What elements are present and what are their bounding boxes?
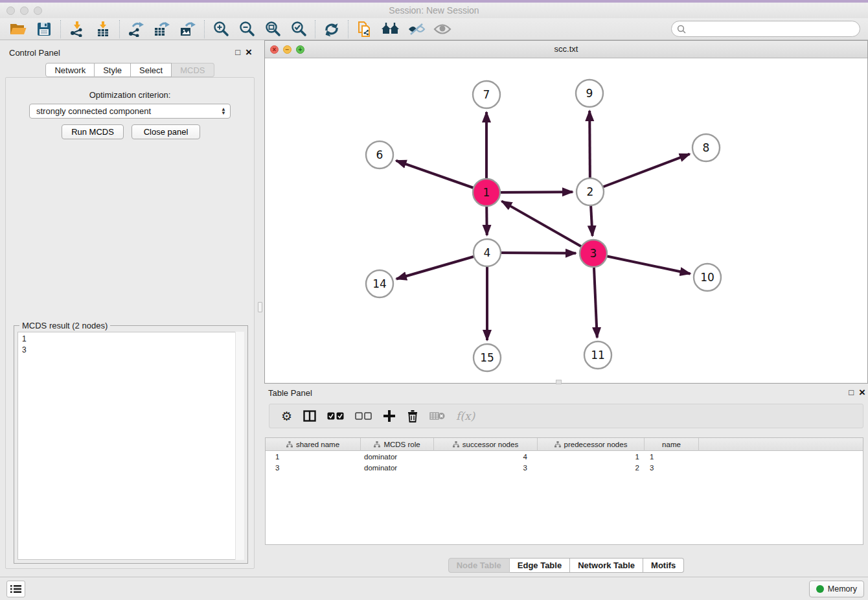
node-7[interactable]: 7 [473,81,500,108]
function-builder-button[interactable]: f(x) [456,410,475,422]
column-header-successor-nodes[interactable]: successor nodes [434,438,538,451]
eye-slash-icon [407,23,426,36]
import-table-icon [95,21,111,37]
run-mcds-button[interactable]: Run MCDS [62,124,124,139]
node-6[interactable]: 6 [366,141,393,168]
memory-status-icon [816,585,824,593]
node-4[interactable]: 4 [474,239,501,266]
select-all-checkboxes-icon[interactable] [327,412,344,420]
control-panel-tabs: NetworkStyleSelectMCDS [5,63,255,77]
delete-table-icon[interactable] [429,411,445,421]
sort-hierarchy-icon [374,441,380,448]
edge-2-8[interactable] [590,154,690,192]
panel-splitter-handle[interactable] [258,302,262,312]
network-window-titlebar[interactable]: × − + scc.txt [265,41,867,58]
node-9[interactable]: 9 [576,80,603,107]
float-table-panel-icon[interactable]: □ [849,388,854,397]
node-label: 4 [484,246,491,259]
close-panel-button[interactable]: Close panel [131,124,200,139]
column-header-MCDS-role[interactable]: MCDS role [361,438,434,451]
refresh-view-button[interactable] [319,19,345,39]
node-1[interactable]: 1 [473,179,500,206]
close-panel-icon[interactable]: × [246,47,252,57]
settings-gear-icon[interactable]: ⚙ [281,410,292,422]
toolbar-separator [348,20,348,38]
close-table-panel-icon[interactable]: × [859,387,865,397]
network-graph[interactable]: 7968124314101511 [265,58,867,383]
export-image-icon [179,21,196,37]
show-graphics-details-button[interactable] [429,19,455,39]
cell-predecessor-nodes[interactable]: 2 [538,462,645,473]
node-label: 3 [590,247,597,260]
global-search[interactable] [671,21,860,37]
cell-shared-name[interactable]: 1 [266,451,361,462]
zoom-in-button[interactable] [208,19,234,39]
edge-3-1[interactable] [501,201,593,253]
float-panel-icon[interactable]: □ [235,48,240,56]
tab-edge-table[interactable]: Edge Table [510,558,570,573]
tab-mcds[interactable]: MCDS [172,63,214,77]
tab-node-table[interactable]: Node Table [448,558,510,573]
sort-hierarchy-icon [286,441,293,448]
canvas-splitter-handle[interactable] [556,380,562,384]
column-header-predecessor-nodes[interactable]: predecessor nodes [538,438,645,451]
export-image-button[interactable] [175,19,201,39]
node-10[interactable]: 10 [694,264,721,291]
cell-MCDS-role[interactable]: dominator [361,462,434,473]
table-header-row: shared nameMCDS rolesuccessor nodesprede… [266,438,863,451]
mcds-result-text[interactable]: 13 [17,332,244,560]
cell-predecessor-nodes[interactable]: 1 [538,451,645,462]
copy-network-style-button[interactable] [352,19,378,39]
node-14[interactable]: 14 [366,270,393,297]
table-row[interactable]: 3dominator323 [266,462,863,473]
node-label: 14 [372,277,387,290]
tab-style[interactable]: Style [95,63,131,77]
table-tabs: Node TableEdge TableNetwork TableMotifs [264,558,868,573]
zoom-out-button[interactable] [234,19,260,39]
search-input[interactable] [689,24,860,34]
task-history-button[interactable] [6,581,25,597]
result-scrollbar[interactable] [235,332,244,560]
hide-graphics-details-button[interactable] [404,19,429,39]
zoom-selected-button[interactable] [286,19,312,39]
zoom-fit-button[interactable] [260,19,286,39]
tab-motifs[interactable]: Motifs [643,558,684,573]
cell-successor-nodes[interactable]: 3 [434,462,538,473]
export-table-button[interactable] [149,19,175,39]
cell-name[interactable]: 3 [645,462,699,473]
result-line: 3 [22,345,240,356]
node-11[interactable]: 11 [584,341,611,369]
main-titlebar: Session: New Session [0,3,868,18]
control-panel: Control Panel □ × NetworkStyleSelectMCDS… [5,45,255,569]
cell-successor-nodes[interactable]: 4 [434,451,538,462]
deselect-checkboxes-icon[interactable] [355,412,372,420]
memory-button[interactable]: Memory [809,581,864,597]
column-header-shared-name[interactable]: shared name [266,438,361,451]
node-3[interactable]: 3 [580,240,607,267]
cell-shared-name[interactable]: 3 [266,462,361,473]
toolbar-separator [119,20,120,38]
open-session-button[interactable] [5,19,31,39]
add-column-icon[interactable] [383,410,396,422]
tab-network-table[interactable]: Network Table [570,558,643,573]
node-15[interactable]: 15 [474,344,501,371]
home-layout-button[interactable] [378,19,404,39]
optimization-select[interactable]: strongly connected component ▲▼ [29,104,231,119]
network-view-window: × − + scc.txt 7968124314101511 [264,40,868,384]
table-row[interactable]: 1dominator411 [266,451,863,462]
edge-3-10[interactable] [593,253,691,273]
import-network-button[interactable] [64,19,90,39]
delete-column-icon[interactable] [407,410,418,422]
split-columns-icon[interactable] [303,410,316,422]
node-2[interactable]: 2 [577,178,604,205]
export-network-button[interactable] [123,19,149,39]
cell-name[interactable]: 1 [645,451,699,462]
cell-MCDS-role[interactable]: dominator [361,451,434,462]
tab-network[interactable]: Network [45,63,95,77]
tab-select[interactable]: Select [131,63,172,77]
node-8[interactable]: 8 [692,134,720,161]
import-table-button[interactable] [90,19,116,39]
save-session-button[interactable] [31,19,57,39]
list-icon [10,584,21,594]
column-header-name[interactable]: name [645,438,699,451]
